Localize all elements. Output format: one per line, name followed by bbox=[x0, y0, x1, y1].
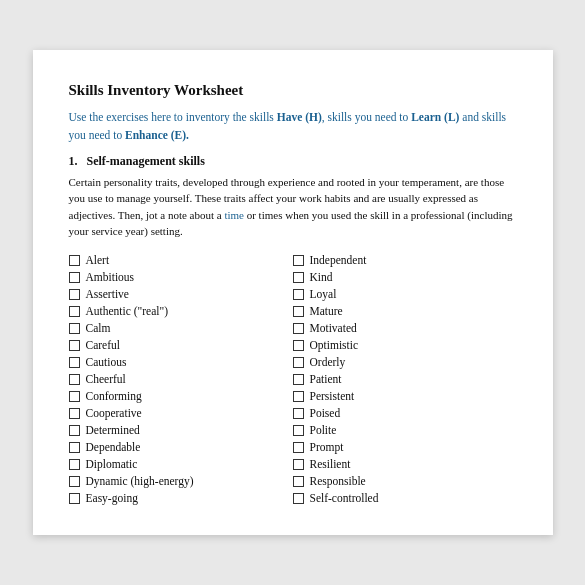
checkbox[interactable] bbox=[69, 374, 80, 385]
list-item[interactable]: Dependable bbox=[69, 439, 293, 456]
checkbox[interactable] bbox=[293, 357, 304, 368]
checkbox[interactable] bbox=[69, 391, 80, 402]
checkbox-label: Determined bbox=[86, 424, 140, 436]
checkbox[interactable] bbox=[69, 476, 80, 487]
section-title: Self-management skills bbox=[87, 154, 205, 168]
checkbox[interactable] bbox=[293, 425, 304, 436]
checkbox-label: Careful bbox=[86, 339, 120, 351]
list-item[interactable]: Loyal bbox=[293, 286, 517, 303]
page-title: Skills Inventory Worksheet bbox=[69, 82, 517, 99]
list-item[interactable]: Mature bbox=[293, 303, 517, 320]
worksheet-page: Skills Inventory Worksheet Use the exerc… bbox=[33, 50, 553, 535]
checkbox[interactable] bbox=[293, 476, 304, 487]
checkbox[interactable] bbox=[293, 255, 304, 266]
checkbox[interactable] bbox=[69, 425, 80, 436]
checkbox[interactable] bbox=[293, 391, 304, 402]
checkbox-label: Cooperative bbox=[86, 407, 142, 419]
checkbox-label: Prompt bbox=[310, 441, 344, 453]
checkbox[interactable] bbox=[293, 340, 304, 351]
list-item[interactable]: Careful bbox=[69, 337, 293, 354]
checkbox-label: Cautious bbox=[86, 356, 127, 368]
checkbox[interactable] bbox=[69, 493, 80, 504]
list-item[interactable]: Easy-going bbox=[69, 490, 293, 507]
list-item[interactable]: Independent bbox=[293, 252, 517, 269]
checkbox-label: Responsible bbox=[310, 475, 366, 487]
checkbox[interactable] bbox=[69, 289, 80, 300]
intro-paragraph: Use the exercises here to inventory the … bbox=[69, 109, 517, 144]
list-item[interactable]: Orderly bbox=[293, 354, 517, 371]
intro-mid: , skills you need to bbox=[322, 111, 411, 123]
checkbox-label: Self-controlled bbox=[310, 492, 379, 504]
list-item[interactable]: Determined bbox=[69, 422, 293, 439]
list-item[interactable]: Dynamic (high-energy) bbox=[69, 473, 293, 490]
list-item[interactable]: Optimistic bbox=[293, 337, 517, 354]
intro-enhance: Enhance (E). bbox=[125, 129, 189, 141]
right-column: IndependentKindLoyalMatureMotivatedOptim… bbox=[293, 252, 517, 507]
checkbox-label: Easy-going bbox=[86, 492, 138, 504]
section-description: Certain personality traits, developed th… bbox=[69, 174, 517, 240]
checkbox-label: Calm bbox=[86, 322, 111, 334]
checkbox[interactable] bbox=[293, 289, 304, 300]
checkbox-label: Authentic ("real") bbox=[86, 305, 169, 317]
checkbox[interactable] bbox=[293, 459, 304, 470]
list-item[interactable]: Cautious bbox=[69, 354, 293, 371]
checkbox-label: Optimistic bbox=[310, 339, 359, 351]
list-item[interactable]: Diplomatic bbox=[69, 456, 293, 473]
intro-have: Have (H) bbox=[277, 111, 322, 123]
list-item[interactable]: Resilient bbox=[293, 456, 517, 473]
checkbox[interactable] bbox=[293, 306, 304, 317]
checkbox[interactable] bbox=[293, 442, 304, 453]
list-item[interactable]: Polite bbox=[293, 422, 517, 439]
checkbox[interactable] bbox=[69, 272, 80, 283]
checkbox-label: Ambitious bbox=[86, 271, 135, 283]
checkbox[interactable] bbox=[69, 357, 80, 368]
list-item[interactable]: Kind bbox=[293, 269, 517, 286]
intro-learn: Learn (L) bbox=[411, 111, 459, 123]
list-item[interactable]: Patient bbox=[293, 371, 517, 388]
section-number: 1. bbox=[69, 154, 78, 168]
checkbox[interactable] bbox=[293, 408, 304, 419]
list-item[interactable]: Calm bbox=[69, 320, 293, 337]
checkbox[interactable] bbox=[69, 340, 80, 351]
checkbox-label: Loyal bbox=[310, 288, 337, 300]
list-item[interactable]: Authentic ("real") bbox=[69, 303, 293, 320]
list-item[interactable]: Motivated bbox=[293, 320, 517, 337]
checkbox-label: Independent bbox=[310, 254, 367, 266]
checkbox-label: Orderly bbox=[310, 356, 346, 368]
checkbox-label: Conforming bbox=[86, 390, 142, 402]
list-item[interactable]: Cheerful bbox=[69, 371, 293, 388]
list-item[interactable]: Assertive bbox=[69, 286, 293, 303]
checkbox-label: Polite bbox=[310, 424, 337, 436]
checkbox[interactable] bbox=[293, 374, 304, 385]
list-item[interactable]: Ambitious bbox=[69, 269, 293, 286]
checkbox[interactable] bbox=[69, 408, 80, 419]
intro-text: Use the exercises here to inventory the … bbox=[69, 111, 277, 123]
checkbox-label: Patient bbox=[310, 373, 342, 385]
list-item[interactable]: Responsible bbox=[293, 473, 517, 490]
list-item[interactable]: Self-controlled bbox=[293, 490, 517, 507]
checkbox[interactable] bbox=[69, 323, 80, 334]
checkbox-label: Dependable bbox=[86, 441, 141, 453]
list-item[interactable]: Poised bbox=[293, 405, 517, 422]
checkbox[interactable] bbox=[69, 306, 80, 317]
checkbox[interactable] bbox=[69, 255, 80, 266]
checkbox-label: Alert bbox=[86, 254, 110, 266]
checkbox-label: Motivated bbox=[310, 322, 357, 334]
list-item[interactable]: Persistent bbox=[293, 388, 517, 405]
checkbox-label: Diplomatic bbox=[86, 458, 138, 470]
section-heading: 1. Self-management skills bbox=[69, 154, 517, 169]
list-item[interactable]: Conforming bbox=[69, 388, 293, 405]
list-item[interactable]: Prompt bbox=[293, 439, 517, 456]
checkbox[interactable] bbox=[293, 493, 304, 504]
list-item[interactable]: Alert bbox=[69, 252, 293, 269]
checkbox[interactable] bbox=[293, 272, 304, 283]
checkbox-label: Resilient bbox=[310, 458, 351, 470]
checkbox[interactable] bbox=[69, 459, 80, 470]
checkbox[interactable] bbox=[69, 442, 80, 453]
checkbox-label: Dynamic (high-energy) bbox=[86, 475, 194, 487]
checkbox-label: Persistent bbox=[310, 390, 355, 402]
left-column: AlertAmbitiousAssertiveAuthentic ("real"… bbox=[69, 252, 293, 507]
checkbox-label: Poised bbox=[310, 407, 341, 419]
list-item[interactable]: Cooperative bbox=[69, 405, 293, 422]
checkbox[interactable] bbox=[293, 323, 304, 334]
